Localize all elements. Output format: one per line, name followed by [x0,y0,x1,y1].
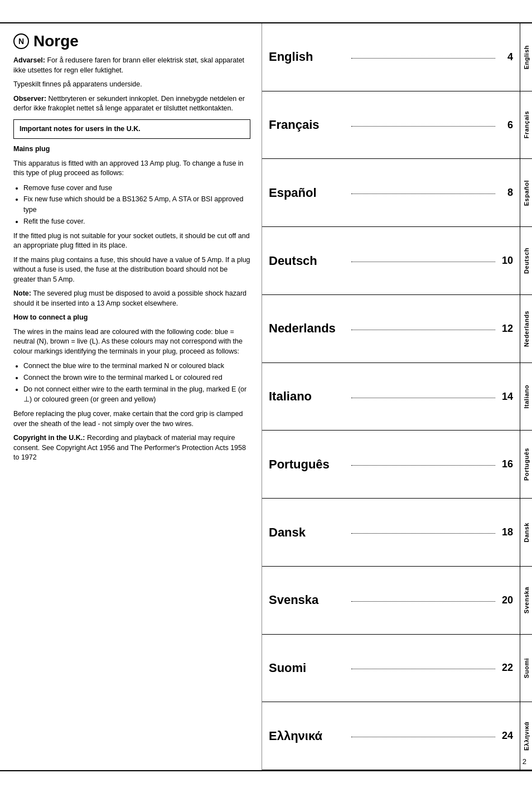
lang-list: English4Français6Español8Deutsch10Nederl… [262,23,520,770]
lang-dots-3 [351,262,495,262]
lang-item-svenska[interactable]: Svenska20 [262,567,520,635]
lang-name-10: Ελληνικά [269,729,347,743]
mains-plug-text: This apparatus is fitted with an approve… [13,159,250,178]
lang-name-5: Italiano [269,389,347,404]
connect-bullet-1: Connect the blue wire to the terminal ma… [23,361,250,371]
lang-dots-10 [351,737,495,737]
note-text: The severed plug must be disposed to avo… [13,289,246,307]
lang-name-8: Svenska [269,593,347,607]
lang-name-3: Deutsch [269,254,347,268]
plug-para-2: If the mains plug contains a fuse, this … [13,255,250,285]
lang-dots-5 [351,398,495,398]
note-para: Note: The severed plug must be disposed … [13,289,250,308]
lang-page-9: 22 [500,662,513,674]
lang-page-3: 10 [500,255,513,267]
lang-dots-1 [351,126,495,127]
side-tab-italiano[interactable]: Italiano [520,363,532,431]
lang-item-deutsch[interactable]: Deutsch10 [262,227,520,295]
lang-name-1: Français [269,118,347,132]
side-tab-text-5: Italiano [523,385,530,409]
lang-dots-2 [351,194,495,194]
lang-page-6: 16 [500,458,513,470]
mains-bullet-3: Refit the fuse cover. [23,216,250,227]
lang-item-italiano[interactable]: Italiano14 [262,363,520,431]
connect-text: The wires in the mains lead are coloured… [13,327,250,357]
right-column: English4Français6Español8Deutsch10Nederl… [262,23,532,770]
lang-name-4: Nederlands [269,321,347,336]
lang-item-dansk[interactable]: Dansk18 [262,499,520,567]
side-tab-svenska[interactable]: Svenska [520,567,532,635]
lang-item-español[interactable]: Español8 [262,159,520,227]
page-number: 2 [523,757,526,766]
lang-item-nederlands[interactable]: Nederlands12 [262,295,520,363]
note-label: Note: [13,289,31,297]
lang-page-7: 18 [500,526,513,538]
connect-bullets-list: Connect the blue wire to the terminal ma… [23,361,250,405]
copyright-label: Copyright in the U.K.: [13,434,85,442]
lang-item-english[interactable]: English4 [262,23,520,91]
typeskilt-text: Typeskilt finnes på apparatens underside… [13,80,142,88]
side-tab-français[interactable]: Français [520,91,532,159]
page: N Norge Advarsel: For å redusere faren f… [0,0,532,788]
side-tab-suomi[interactable]: Suomi [520,635,532,703]
uk-notes-title: Important notes for users in the U.K. [20,124,244,134]
plug-para-3: Before replacing the plug cover, make ce… [13,409,250,429]
side-tab-text-8: Svenska [523,587,530,613]
observer-para: Observer: Nettbryteren er sekundert innk… [13,94,250,114]
side-tab-english[interactable]: English [520,23,532,91]
connect-title: How to connect a plug [13,313,250,323]
norge-header: N Norge [13,32,250,50]
side-tab-dansk[interactable]: Dansk [520,499,532,567]
side-tab-text-3: Deutsch [523,248,530,274]
lang-page-2: 8 [500,187,513,199]
lang-dots-9 [351,669,495,669]
left-body: Advarsel: For å redusere faren for brann… [13,56,250,463]
lang-page-10: 24 [500,730,513,742]
left-column: N Norge Advarsel: For å redusere faren f… [0,23,262,770]
uk-notes-box: Important notes for users in the U.K. [13,119,250,139]
side-tab-deutsch[interactable]: Deutsch [520,227,532,295]
side-tab-text-10: Ελληνικά [523,722,530,751]
lang-page-1: 6 [500,119,513,131]
mains-bullets-list: Remove fuse cover and fuse Fix new fuse … [23,183,250,227]
lang-name-7: Dansk [269,525,347,540]
side-tab-text-2: Español [523,180,530,206]
typeskilt-para: Typeskilt finnes på apparatens underside… [13,80,250,90]
mains-bullet-1: Remove fuse cover and fuse [23,183,250,194]
side-tab-text-4: Nederlands [523,311,530,347]
lang-dots-0 [351,58,495,59]
side-tab-português[interactable]: Português [520,431,532,499]
copyright-para: Copyright in the U.K.: Recording and pla… [13,433,250,463]
side-tab-text-0: English [523,45,530,69]
lang-item-français[interactable]: Français6 [262,91,520,159]
side-tab-text-9: Suomi [523,658,530,678]
advarsel-text: For å redusere faren for brann eller ele… [13,56,244,74]
lang-dots-8 [351,601,495,602]
side-tab-text-1: Français [523,111,530,138]
advarsel-para: Advarsel: For å redusere faren for brann… [13,56,250,75]
main-content: N Norge Advarsel: For å redusere faren f… [0,22,532,771]
mains-plug-title: Mains plug [13,144,250,154]
advarsel-label: Advarsel: [13,56,45,64]
lang-page-0: 4 [500,51,513,63]
lang-item-português[interactable]: Português16 [262,431,520,499]
observer-text: Nettbryteren er sekundert innkoplet. Den… [13,95,245,113]
lang-name-0: English [269,50,347,64]
side-tab-español[interactable]: Español [520,159,532,227]
connect-bullet-2: Connect the brown wire to the terminal m… [23,373,250,383]
lang-name-6: Português [269,457,347,472]
lang-item-suomi[interactable]: Suomi22 [262,635,520,703]
connect-bullet-3: Do not connect either wire to the earth … [23,384,250,405]
side-tab-text-7: Dansk [523,523,530,543]
side-tab-nederlands[interactable]: Nederlands [520,295,532,363]
lang-items-container: English4Français6Español8Deutsch10Nederl… [262,23,532,770]
lang-name-9: Suomi [269,661,347,675]
lang-page-4: 12 [500,323,513,335]
observer-label: Observer: [13,95,46,103]
lang-dots-6 [351,465,495,466]
plug-para-1: If the fitted plug is not suitable for y… [13,231,250,251]
lang-page-5: 14 [500,391,513,403]
norge-symbol: N [13,33,29,49]
lang-dots-7 [351,533,495,534]
lang-item-ελληνικά[interactable]: Ελληνικά24 [262,702,520,770]
